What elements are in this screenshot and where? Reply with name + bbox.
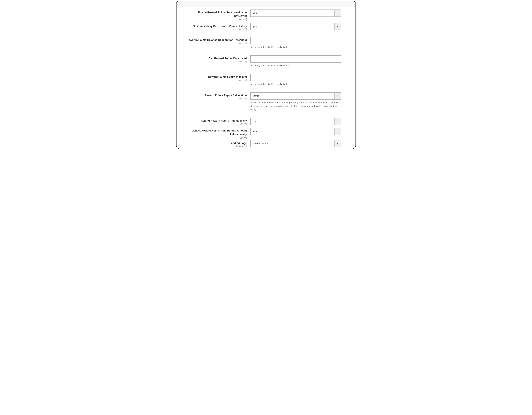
field-scope: [store view] — [185, 145, 247, 148]
label-col: Deduct Reward Points from Refund Amount … — [185, 128, 250, 139]
label-col: Rewards Points Balance Redemption Thresh… — [185, 37, 250, 44]
chevron-down-icon — [337, 26, 339, 27]
field-row-cap-balance: Cap Reward Points Balance At [website] A… — [185, 55, 347, 67]
field-row-refund-auto: Refund Reward Points Automatically [glob… — [185, 118, 347, 125]
form-area: Enable Reward Points Functionality on St… — [177, 7, 355, 148]
label-col: Reward Points Expiry Calculation [websit… — [185, 92, 250, 100]
select-see-history[interactable]: Yes — [250, 23, 341, 30]
field-scope: [global] — [185, 123, 247, 125]
chevron-down-icon — [337, 95, 339, 97]
control-col: Yes — [250, 128, 341, 135]
label-col: Cap Reward Points Balance At [website] — [185, 55, 250, 63]
select-value: Reward Points — [250, 140, 341, 147]
help-text: An empty value disables this limitation. — [250, 46, 341, 49]
field-label: Rewards Points Balance Redemption Thresh… — [185, 38, 247, 42]
field-row-deduct-refund: Deduct Reward Points from Refund Amount … — [185, 128, 347, 139]
config-panel: Enable Reward Points Functionality on St… — [176, 0, 356, 149]
field-row-see-history: Customers May See Reward Points History … — [185, 23, 347, 30]
dropdown-arrow-button[interactable] — [334, 118, 341, 125]
select-deduct-refund[interactable]: Yes — [250, 128, 341, 135]
select-enable-storefront[interactable]: Yes — [250, 10, 341, 17]
control-col: Static "Static" defines the expiration d… — [250, 92, 341, 111]
input-cap-balance[interactable] — [250, 55, 341, 63]
label-col: Customers May See Reward Points History … — [185, 23, 250, 30]
help-text: An empty value disables this limitation. — [250, 64, 341, 67]
control-col: An empty value disables this limitation. — [250, 55, 341, 67]
field-label: Deduct Reward Points from Refund Amount … — [185, 129, 247, 136]
field-row-enable-storefront: Enable Reward Points Functionality on St… — [185, 10, 347, 20]
field-row-expire-days: Reward Points Expire in (days) [website]… — [185, 74, 347, 86]
field-row-redemption-threshold: Rewards Points Balance Redemption Thresh… — [185, 37, 347, 49]
control-col: An empty value disables this limitation. — [250, 37, 341, 49]
chevron-down-icon — [337, 143, 339, 144]
select-expiry-calc[interactable]: Static — [250, 92, 341, 99]
dropdown-arrow-button[interactable] — [334, 140, 341, 147]
field-scope: [global] — [185, 136, 247, 139]
field-scope: [website] — [185, 42, 247, 44]
field-label: Refund Reward Points Automatically — [185, 119, 247, 122]
dropdown-arrow-button[interactable] — [334, 128, 341, 135]
field-label: Customers May See Reward Points History — [185, 24, 247, 28]
dropdown-arrow-button[interactable] — [334, 23, 341, 30]
label-col: Reward Points Expire in (days) [website] — [185, 74, 250, 81]
select-refund-auto[interactable]: No — [250, 118, 341, 125]
control-col: An empty value disables this limitation. — [250, 74, 341, 86]
dropdown-arrow-button[interactable] — [334, 10, 341, 17]
field-label: Reward Points Expiry Calculation — [185, 94, 247, 97]
control-col: Yes — [250, 10, 341, 17]
chevron-down-icon — [337, 121, 339, 122]
select-value: Yes — [250, 10, 341, 17]
field-scope: [website] — [185, 28, 247, 30]
field-row-landing-page: Landing Page [store view] Reward Points — [185, 140, 347, 148]
input-redemption-threshold[interactable] — [250, 37, 341, 44]
field-label: Cap Reward Points Balance At — [185, 57, 247, 60]
select-value: Yes — [250, 23, 341, 30]
field-row-expiry-calc: Reward Points Expiry Calculation [websit… — [185, 92, 347, 111]
control-col: Yes — [250, 23, 341, 30]
field-scope: [website] — [185, 60, 247, 63]
chevron-down-icon — [337, 131, 339, 132]
select-value: Yes — [250, 128, 341, 135]
field-label: Reward Points Expire in (days) — [185, 75, 247, 79]
label-col: Refund Reward Points Automatically [glob… — [185, 118, 250, 125]
field-scope: [website] — [185, 18, 247, 20]
help-text: "Static" defines the expiration date as … — [250, 101, 341, 111]
dropdown-arrow-button[interactable] — [334, 92, 341, 99]
field-scope: [website] — [185, 98, 247, 100]
help-text: An empty value disables this limitation. — [250, 83, 341, 86]
input-expire-days[interactable] — [250, 74, 341, 81]
select-value: Static — [250, 92, 341, 99]
chevron-down-icon — [337, 12, 339, 14]
field-label: Enable Reward Points Functionality on St… — [185, 11, 247, 18]
select-landing-page[interactable]: Reward Points — [250, 140, 341, 147]
field-label: Landing Page — [185, 141, 247, 145]
label-col: Enable Reward Points Functionality on St… — [185, 10, 250, 20]
field-scope: [website] — [185, 79, 247, 81]
control-col: No — [250, 118, 341, 125]
label-col: Landing Page [store view] — [185, 140, 250, 148]
panel-header-strip — [177, 1, 355, 7]
control-col: Reward Points — [250, 140, 341, 147]
select-value: No — [250, 118, 341, 125]
